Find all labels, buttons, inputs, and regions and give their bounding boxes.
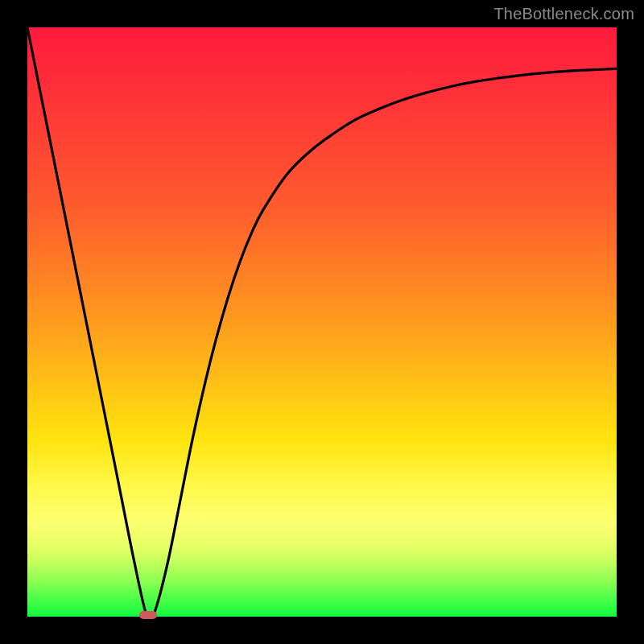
- watermark-text: TheBottleneck.com: [493, 5, 634, 23]
- plot-area: [27, 27, 617, 617]
- bottleneck-curve: [27, 27, 617, 617]
- chart-frame: TheBottleneck.com: [0, 0, 644, 644]
- optimal-point-marker: [139, 611, 157, 619]
